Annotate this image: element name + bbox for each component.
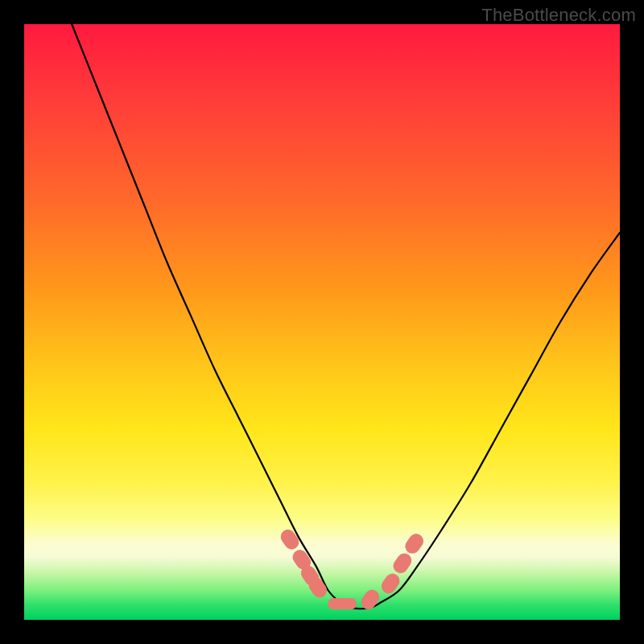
bead-marker <box>328 598 357 609</box>
curve-layer <box>24 24 620 620</box>
bead-marker <box>278 526 302 552</box>
bead-marker <box>390 551 415 576</box>
bottleneck-curve <box>72 24 620 609</box>
watermark-text: TheBottleneck.com <box>481 5 636 26</box>
plot-area <box>24 24 620 620</box>
bead-marker <box>402 530 427 556</box>
bead-marker <box>378 571 402 597</box>
chart-frame: TheBottleneck.com <box>0 0 644 644</box>
